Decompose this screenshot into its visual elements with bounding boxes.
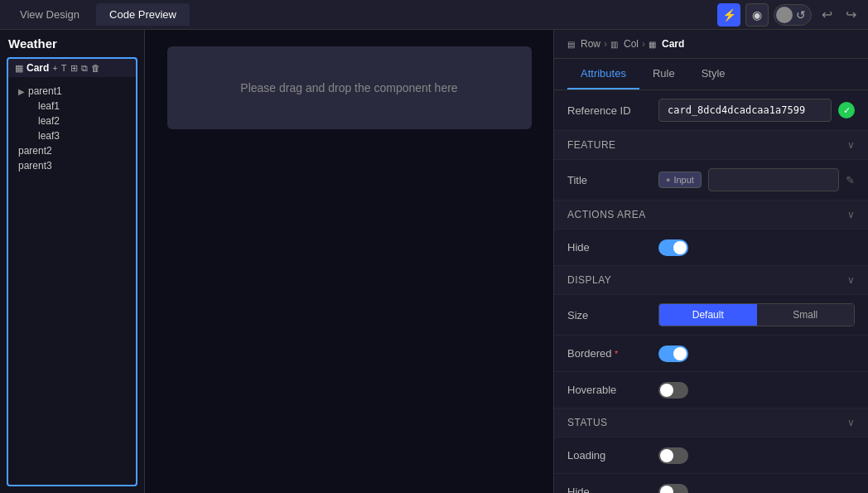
delete-icon[interactable]: 🗑: [91, 63, 100, 73]
loading-label: Loading: [567, 449, 658, 462]
title-value: ● Input ✎: [658, 168, 855, 191]
circle-icon: ●: [666, 176, 670, 184]
size-default-option[interactable]: Default: [659, 304, 757, 326]
display-label: Display: [567, 274, 611, 286]
tree-item-parent2[interactable]: parent2: [12, 143, 133, 158]
table-icon[interactable]: ⊞: [70, 63, 78, 74]
breadcrumb-col[interactable]: Col: [624, 38, 639, 50]
tab-code-preview[interactable]: Code Preview: [96, 3, 190, 26]
tree-item-leaf2[interactable]: leaf2: [12, 114, 133, 128]
actions-area-section[interactable]: Actions area ∨: [554, 201, 868, 230]
hoverable-label: Hoverable: [567, 384, 658, 396]
copy-icon[interactable]: ⧉: [81, 63, 88, 74]
breadcrumb-card[interactable]: Card: [662, 38, 684, 50]
reference-id-value: ✓: [658, 99, 855, 122]
card-icon: ▦: [15, 63, 23, 74]
display-section[interactable]: Display ∨: [554, 266, 868, 295]
valid-icon: ✓: [838, 102, 855, 118]
tree-item-leaf1[interactable]: leaf1: [12, 99, 133, 114]
theme-toggle[interactable]: ↺: [774, 4, 812, 26]
prop-bordered: Bordered *: [554, 336, 868, 372]
feature-label: Feature: [567, 139, 616, 151]
title-badge-label: Input: [673, 175, 693, 185]
reference-id-label: Reference ID: [567, 104, 658, 117]
reference-id-input[interactable]: [658, 99, 832, 122]
undo-redo-group: ↩ ↪: [817, 5, 861, 24]
breadcrumb-row[interactable]: Row: [581, 38, 600, 50]
prop-size: Size Default Small: [554, 295, 868, 336]
card-toolbar: ▦ Card + T ⊞ ⧉ 🗑: [7, 57, 137, 77]
chevron-down-icon: ∨: [847, 209, 855, 220]
bordered-toggle[interactable]: [658, 346, 688, 362]
redo-button[interactable]: ↪: [841, 5, 861, 24]
properties-panel: Reference ID ✓ Feature ∨ Title ● Input: [554, 90, 868, 493]
right-panel: ▤ Row › ▥ Col › ▦ Card Attributes Rule S…: [553, 30, 868, 493]
title-input-area[interactable]: [708, 168, 839, 191]
hide-toggle[interactable]: [658, 239, 688, 256]
edit-icon[interactable]: ✎: [846, 174, 855, 186]
prop-loading: Loading: [554, 437, 868, 474]
refresh-icon: ↺: [793, 8, 809, 22]
text-icon[interactable]: T: [61, 63, 67, 73]
arrow-icon: ▶: [18, 87, 25, 96]
toggle-circle: [776, 7, 793, 23]
tree-label: parent2: [18, 145, 52, 157]
breadcrumb: ▤ Row › ▥ Col › ▦ Card: [554, 30, 868, 59]
loading-toggle[interactable]: [658, 447, 688, 464]
hoverable-toggle[interactable]: [658, 382, 688, 399]
tab-attributes[interactable]: Attributes: [567, 59, 639, 89]
hide-first-value: [658, 239, 855, 256]
title-type-badge[interactable]: ● Input: [658, 172, 702, 188]
tree-label: leaf2: [38, 115, 60, 127]
eye-btn[interactable]: ◉: [745, 3, 769, 27]
feature-section[interactable]: Feature ∨: [554, 131, 868, 160]
hide-first-label: Hide: [567, 241, 658, 254]
status-section[interactable]: Status ∨: [554, 408, 868, 437]
required-indicator: *: [615, 349, 618, 359]
tree-label: leaf1: [38, 100, 60, 112]
status-hide-value: [658, 484, 855, 494]
drop-zone[interactable]: Please drag and drop the component here: [167, 46, 532, 129]
status-hide-toggle[interactable]: [658, 484, 688, 494]
status-hide-label: Hide: [567, 486, 658, 493]
prop-reference-id: Reference ID ✓: [554, 90, 868, 131]
top-bar: View Design Code Preview ⚡ ◉ ↺ ↩ ↪: [0, 0, 868, 30]
hoverable-value: [658, 382, 855, 399]
tree-label: parent3: [18, 160, 52, 172]
size-label: Size: [567, 309, 658, 321]
tree-item-parent1[interactable]: ▶ parent1: [12, 84, 133, 99]
prop-title: Title ● Input ✎: [554, 160, 868, 201]
chevron-down-icon: ∨: [847, 417, 855, 428]
eye-icon: ◉: [752, 8, 762, 22]
card-icon: ▦: [649, 40, 656, 49]
card-toolbar-label: Card: [27, 62, 49, 74]
breadcrumb-sep1: ›: [604, 38, 607, 50]
bordered-text: Bordered: [567, 347, 611, 360]
chevron-down-icon: ∨: [847, 274, 855, 286]
row-icon: ▤: [567, 40, 575, 49]
status-label: Status: [567, 417, 608, 428]
panel-title: Weather: [0, 30, 144, 57]
tab-view-design[interactable]: View Design: [7, 3, 93, 26]
size-selector: Default Small: [658, 303, 855, 326]
add-icon[interactable]: +: [52, 63, 57, 73]
tree-item-leaf3[interactable]: leaf3: [12, 128, 133, 143]
panel-tab-bar: Attributes Rule Style: [554, 59, 868, 90]
tree-container: ▶ parent1 leaf1 leaf2 leaf3 parent2 pare…: [7, 77, 137, 486]
loading-value: [658, 447, 855, 464]
actions-area-label: Actions area: [567, 209, 646, 220]
title-label: Title: [567, 174, 658, 186]
drop-text: Please drag and drop the component here: [240, 81, 457, 94]
prop-hoverable: Hoverable: [554, 372, 868, 408]
breadcrumb-sep2: ›: [642, 38, 645, 50]
bordered-value: [658, 346, 855, 362]
size-small-option[interactable]: Small: [757, 304, 855, 326]
tab-rule[interactable]: Rule: [639, 59, 688, 89]
undo-button[interactable]: ↩: [817, 5, 837, 24]
tree-item-parent3[interactable]: parent3: [12, 158, 133, 173]
chevron-down-icon: ∨: [847, 139, 855, 151]
tab-style[interactable]: Style: [688, 59, 739, 89]
size-value: Default Small: [658, 303, 855, 326]
main-content: Weather ▦ Card + T ⊞ ⧉ 🗑 ▶ parent1 leaf1…: [0, 30, 868, 493]
plugin-icon-btn[interactable]: ⚡: [717, 3, 740, 27]
